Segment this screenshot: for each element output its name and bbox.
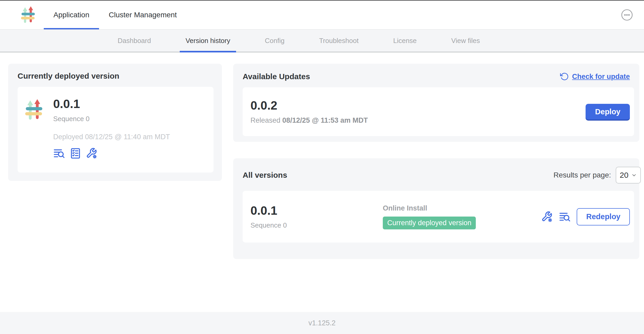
refresh-icon xyxy=(560,72,569,81)
currently-deployed-card: Currently deployed version 0.0.1 Sequenc… xyxy=(8,64,222,181)
deployed-version-actions xyxy=(53,147,170,159)
console-version: v1.125.2 xyxy=(308,319,336,327)
results-per-page-value: 20 xyxy=(620,171,628,180)
tab-version-history[interactable]: Version history xyxy=(180,30,236,52)
results-per-page-select[interactable]: 20 xyxy=(616,167,641,184)
row-view-logs-button[interactable] xyxy=(559,211,571,223)
currently-deployed-badge: Currently deployed version xyxy=(383,217,476,229)
view-preflight-checks-button[interactable] xyxy=(69,147,81,159)
tab-dashboard[interactable]: Dashboard xyxy=(112,30,157,52)
deployed-version-info: 0.0.1 Sequence 0 Deployed 08/12/25 @ 11:… xyxy=(53,97,170,173)
redeploy-button[interactable]: Redeploy xyxy=(577,208,630,225)
update-released-line: Released 08/12/25 @ 11:53 am MDT xyxy=(250,116,368,125)
tab-troubleshoot[interactable]: Troubleshoot xyxy=(313,30,364,52)
app-logo-icon xyxy=(25,99,43,121)
all-versions-card: All versions Results per page: 20 0.0.1 … xyxy=(233,158,639,259)
released-timestamp: 08/12/25 @ 11:53 am MDT xyxy=(282,116,368,124)
app-subnav: Dashboard Version history Config Trouble… xyxy=(0,30,644,52)
row-version-info: 0.0.1 Sequence 0 xyxy=(250,204,383,230)
currently-deployed-title: Currently deployed version xyxy=(18,72,214,80)
tab-config[interactable]: Config xyxy=(259,30,290,52)
row-edit-config-button[interactable] xyxy=(541,211,553,223)
text-search-icon xyxy=(559,211,571,223)
version-row: 0.0.1 Sequence 0 Online Install Currentl… xyxy=(243,191,634,243)
results-per-page-label: Results per page: xyxy=(554,171,611,179)
tab-view-files[interactable]: View files xyxy=(445,30,485,52)
text-search-icon xyxy=(53,147,65,159)
app-logo-icon xyxy=(20,6,36,24)
chevron-down-icon xyxy=(631,172,637,178)
overflow-menu-button[interactable] xyxy=(621,9,633,21)
available-updates-title: Available Updates xyxy=(243,72,310,81)
available-update-row: 0.0.2 Released 08/12/25 @ 11:53 am MDT D… xyxy=(243,87,634,136)
deployed-timestamp: Deployed 08/12/25 @ 11:40 am MDT xyxy=(53,133,170,141)
tab-application[interactable]: Application xyxy=(44,1,99,29)
wrench-gear-icon xyxy=(86,147,98,159)
install-type-label: Online Install xyxy=(383,204,427,212)
check-for-update-label: Check for update xyxy=(572,73,630,81)
app-footer: v1.125.2 xyxy=(0,312,644,334)
available-updates-card: Available Updates Check for update 0.0.2… xyxy=(233,64,639,142)
row-actions: Redeploy xyxy=(541,208,630,225)
row-version-number: 0.0.1 xyxy=(250,204,383,217)
check-for-update-link[interactable]: Check for update xyxy=(560,72,634,81)
main-content: Currently deployed version 0.0.1 Sequenc… xyxy=(0,52,644,312)
results-per-page-control: Results per page: 20 xyxy=(554,167,634,184)
update-version-number: 0.0.2 xyxy=(250,99,368,112)
all-versions-title: All versions xyxy=(243,171,287,180)
tab-license[interactable]: License xyxy=(388,30,423,52)
app-header: Application Cluster Management xyxy=(0,1,644,30)
deploy-button[interactable]: Deploy xyxy=(586,104,630,120)
update-info: 0.0.2 Released 08/12/25 @ 11:53 am MDT xyxy=(250,99,368,125)
right-column: Available Updates Check for update 0.0.2… xyxy=(233,64,639,259)
section-gap xyxy=(233,142,639,158)
tab-cluster-management[interactable]: Cluster Management xyxy=(99,1,187,29)
view-logs-button[interactable] xyxy=(53,147,65,159)
ellipsis-circle-icon xyxy=(621,9,633,21)
currently-deployed-inner-card: 0.0.1 Sequence 0 Deployed 08/12/25 @ 11:… xyxy=(18,87,214,173)
row-install-info: Online Install Currently deployed versio… xyxy=(383,204,476,229)
released-prefix: Released xyxy=(250,116,280,124)
row-sequence: Sequence 0 xyxy=(250,221,383,229)
deployed-sequence: Sequence 0 xyxy=(53,115,170,123)
wrench-gear-icon xyxy=(541,211,553,223)
deployed-version-number: 0.0.1 xyxy=(53,97,170,111)
edit-config-button[interactable] xyxy=(86,147,98,159)
primary-nav: Application Cluster Management xyxy=(44,1,187,29)
preflight-checklist-icon xyxy=(69,147,81,159)
